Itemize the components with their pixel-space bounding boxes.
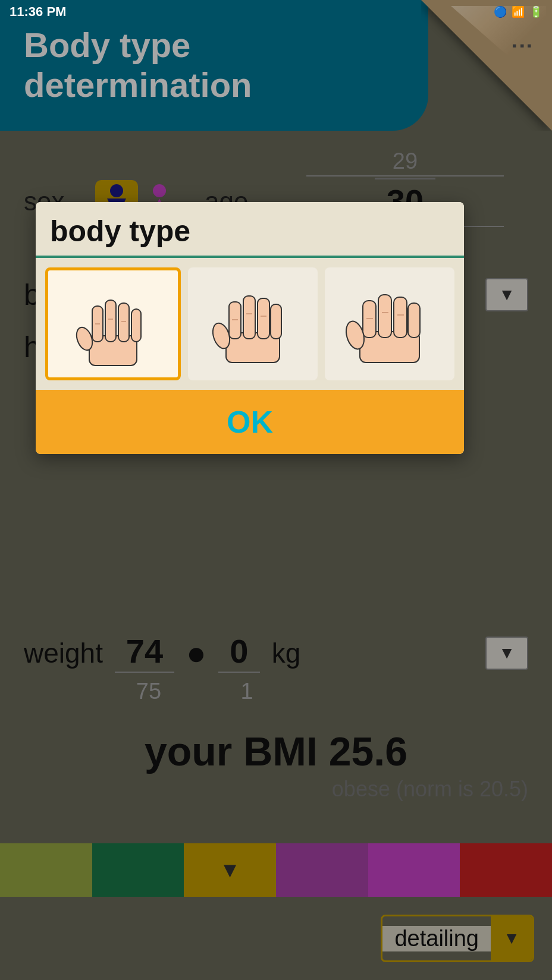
body-type-option-normosthenic[interactable]	[188, 267, 318, 380]
battery-icon: 🔋	[529, 5, 542, 18]
body-type-option-hypersthenic[interactable]	[325, 267, 454, 380]
svg-rect-20	[378, 295, 391, 338]
dialog-body	[36, 258, 464, 390]
hand-svg-hypersthenic	[330, 273, 449, 368]
svg-rect-3	[118, 303, 129, 342]
svg-rect-10	[229, 302, 241, 339]
svg-rect-21	[394, 297, 407, 338]
svg-rect-2	[105, 300, 116, 342]
hand-image-hypersthenic	[325, 267, 454, 374]
status-icons: 🔵 📶 🔋	[494, 5, 542, 18]
hand-svg-asthenic	[54, 276, 172, 371]
body-type-dialog: body type	[36, 202, 464, 454]
status-time: 11:36 PM	[10, 4, 66, 20]
body-type-option-asthenic[interactable]	[45, 267, 181, 380]
dialog-title: body type	[50, 214, 450, 256]
svg-rect-11	[243, 296, 255, 339]
svg-rect-4	[131, 309, 141, 342]
ok-label: OK	[227, 405, 273, 439]
svg-rect-22	[408, 303, 420, 338]
dialog-overlay: body type	[0, 0, 552, 980]
svg-rect-12	[258, 298, 269, 339]
bluetooth-icon: 🔵	[494, 5, 507, 18]
signal-icon: 📶	[512, 5, 525, 18]
hand-image-normosthenic	[188, 267, 318, 374]
dialog-ok-button[interactable]: OK	[36, 390, 464, 454]
hand-svg-normosthenic	[193, 273, 312, 368]
hand-image-asthenic	[48, 270, 178, 377]
svg-rect-13	[271, 304, 281, 339]
status-bar: 11:36 PM 🔵 📶 🔋	[0, 0, 552, 24]
dialog-title-bar: body type	[36, 202, 464, 258]
svg-rect-19	[363, 301, 376, 338]
